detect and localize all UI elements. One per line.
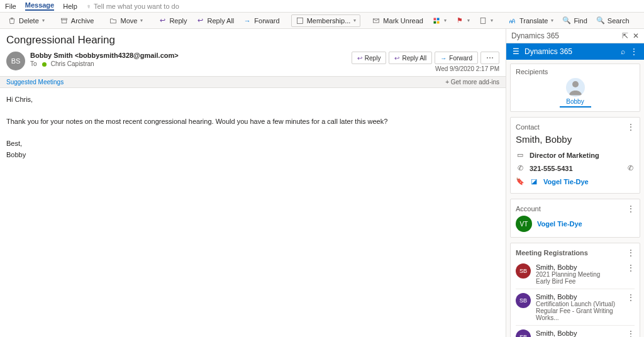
svg-rect-6 bbox=[433, 21, 436, 23]
recipient-name[interactable]: Bobby bbox=[560, 98, 591, 108]
delete-button[interactable]: Delete▾ bbox=[4, 15, 48, 26]
search-button[interactable]: 🔍 Search bbox=[592, 15, 633, 26]
phone-icon: ✆ bbox=[516, 164, 525, 172]
email-date: Wed 9/9/2020 2:17 PM bbox=[352, 65, 499, 72]
chevron-down-icon: ▾ bbox=[140, 18, 143, 23]
ellipsis-icon[interactable]: ⋮ bbox=[627, 123, 635, 131]
registration-avatar: SB bbox=[516, 293, 531, 308]
ellipsis-icon[interactable]: ⋮ bbox=[627, 329, 635, 337]
folder-icon bbox=[109, 16, 118, 25]
company-icon: ◪ bbox=[530, 177, 538, 185]
mark-unread-button[interactable]: Mark Unread bbox=[368, 15, 427, 26]
find-icon: 🔍 bbox=[562, 16, 571, 25]
find-button[interactable]: 🔍 Find bbox=[558, 15, 591, 26]
reply-icon: ↩ bbox=[158, 16, 167, 25]
registration-meeting: Certification Launch (Virtual) bbox=[536, 301, 622, 307]
meetings-label: Meeting Registrations bbox=[516, 249, 588, 257]
registration-name: Smith, Bobby bbox=[536, 293, 622, 301]
search-icon: 🔍 bbox=[596, 16, 605, 25]
forward-icon: → bbox=[243, 16, 252, 25]
envelope-icon bbox=[372, 16, 380, 25]
archive-icon bbox=[60, 16, 69, 25]
menu-message[interactable]: Message bbox=[25, 1, 54, 11]
tell-me-search[interactable]: ♀ Tell me what you want to do bbox=[86, 3, 179, 10]
contact-card: Contact⋮ Smith, Bobby ▭Director of Marke… bbox=[510, 117, 640, 194]
svg-rect-7 bbox=[437, 21, 440, 23]
registration-fee: Regular Fee - Grant Writing Works... bbox=[536, 307, 622, 321]
policy-button[interactable]: ▾ bbox=[475, 15, 497, 26]
contact-label: Contact bbox=[516, 123, 540, 131]
quick-steps-button[interactable]: Membership...▾ bbox=[291, 14, 361, 27]
action-reply[interactable]: ↩Reply bbox=[352, 52, 387, 64]
dynamics-pane: Dynamics 365 ⇱ ✕ ☰ Dynamics 365 ⌕ ⋮ Reci… bbox=[506, 29, 644, 337]
registration-meeting: 2021 Planning Meeting bbox=[536, 271, 600, 278]
contact-company-link[interactable]: Vogel Tie-Dye bbox=[543, 178, 589, 185]
read-aloud-button[interactable]: A» Read Aloud bbox=[641, 15, 644, 26]
svg-rect-1 bbox=[62, 19, 67, 23]
registration-fee: Early Bird Fee bbox=[536, 278, 600, 285]
account-name-link[interactable]: Vogel Tie-Dye bbox=[537, 220, 582, 228]
meeting-registration-item[interactable]: SBSmith, Bobby2021 Planning MeetingEarly… bbox=[516, 260, 635, 289]
reply-icon: ↩ bbox=[357, 55, 362, 62]
meetings-card: Meeting Registrations⋮ SBSmith, Bobby202… bbox=[510, 243, 640, 337]
email-to: To Chris Capistran bbox=[30, 60, 352, 67]
action-more[interactable]: ⋯ bbox=[480, 52, 499, 64]
trash-icon bbox=[8, 16, 16, 25]
email-header: BS Bobby Smith <bobbysmith4328@gmail.com… bbox=[0, 49, 506, 77]
recipients-section: Recipients Bobby bbox=[510, 64, 640, 112]
action-forward[interactable]: →Forward bbox=[435, 52, 478, 64]
pin-icon[interactable]: ⇱ bbox=[622, 31, 628, 40]
menu-icon[interactable]: ☰ bbox=[513, 47, 519, 56]
email-subject: Congressional Hearing bbox=[0, 29, 506, 49]
ellipsis-icon[interactable]: ⋮ bbox=[627, 263, 635, 272]
registration-avatar: SB bbox=[516, 329, 531, 337]
categorize-button[interactable]: ▾ bbox=[428, 15, 450, 26]
ellipsis-icon[interactable]: ⋮ bbox=[627, 204, 635, 213]
contact-name: Smith, Bobby bbox=[516, 134, 635, 145]
pane-titlebar: Dynamics 365 ⇱ ✕ bbox=[506, 29, 644, 43]
account-card: Account⋮ VT Vogel Tie-Dye bbox=[510, 199, 640, 238]
reply-button[interactable]: ↩ Reply bbox=[154, 15, 191, 26]
svg-rect-8 bbox=[480, 18, 486, 23]
more-icon[interactable]: ⋮ bbox=[630, 47, 638, 56]
registration-avatar: SB bbox=[516, 263, 531, 279]
meeting-registration-item[interactable]: SBSmith, BobbyCertification Launch (Virt… bbox=[516, 289, 635, 325]
policy-icon bbox=[479, 16, 487, 25]
reply-all-icon: ↩ bbox=[196, 16, 205, 25]
reply-all-button[interactable]: ↩ Reply All bbox=[192, 15, 238, 26]
suggested-meetings-link[interactable]: Suggested Meetings bbox=[0, 77, 70, 87]
translate-icon: 🗚 bbox=[508, 16, 517, 25]
action-reply-all[interactable]: ↩Reply All bbox=[389, 52, 432, 64]
archive-button[interactable]: Archive bbox=[56, 15, 98, 26]
meeting-registration-item[interactable]: SBSmith, BobbyCertification Launch (Virt… bbox=[516, 325, 635, 337]
registration-name: Smith, Bobby bbox=[536, 263, 600, 271]
forward-icon: → bbox=[440, 55, 447, 62]
ribbon-toolbar: Delete▾ Archive Move▾ ↩ Reply ↩ Reply Al… bbox=[0, 13, 644, 29]
account-avatar: VT bbox=[516, 216, 532, 232]
menu-help[interactable]: Help bbox=[63, 3, 77, 10]
menu-file[interactable]: File bbox=[5, 3, 16, 10]
chevron-down-icon: ▾ bbox=[491, 18, 493, 23]
chevron-down-icon: ▾ bbox=[467, 18, 470, 23]
call-icon[interactable]: ✆ bbox=[626, 164, 635, 172]
registration-name: Smith, Bobby bbox=[536, 329, 622, 337]
move-button[interactable]: Move▾ bbox=[105, 15, 147, 26]
search-icon[interactable]: ⌕ bbox=[621, 47, 625, 56]
translate-button[interactable]: 🗚 Translate▾ bbox=[504, 15, 557, 26]
ellipsis-icon[interactable]: ⋮ bbox=[627, 293, 635, 302]
recipient-avatar[interactable] bbox=[566, 78, 585, 97]
message-pane: Congressional Hearing BS Bobby Smith <bo… bbox=[0, 29, 506, 337]
ellipsis-icon[interactable]: ⋮ bbox=[627, 248, 635, 257]
get-addins-link[interactable]: + Get more add-ins bbox=[439, 77, 506, 87]
lightbulb-icon: ♀ bbox=[86, 3, 91, 10]
flag-button[interactable]: ⚑▾ bbox=[452, 15, 474, 26]
email-from: Bobby Smith <bobbysmith4328@gmail.com> bbox=[30, 52, 352, 59]
flag-icon: ⚑ bbox=[455, 16, 464, 25]
email-body: Hi Chris, Thank you for your notes on th… bbox=[0, 88, 506, 167]
contact-phone: 321-555-5431 bbox=[530, 165, 573, 172]
quick-steps-icon bbox=[296, 16, 304, 25]
account-label: Account bbox=[516, 205, 541, 213]
close-icon[interactable]: ✕ bbox=[633, 31, 639, 40]
chevron-down-icon: ▾ bbox=[444, 18, 447, 23]
forward-button[interactable]: → Forward bbox=[239, 15, 283, 26]
